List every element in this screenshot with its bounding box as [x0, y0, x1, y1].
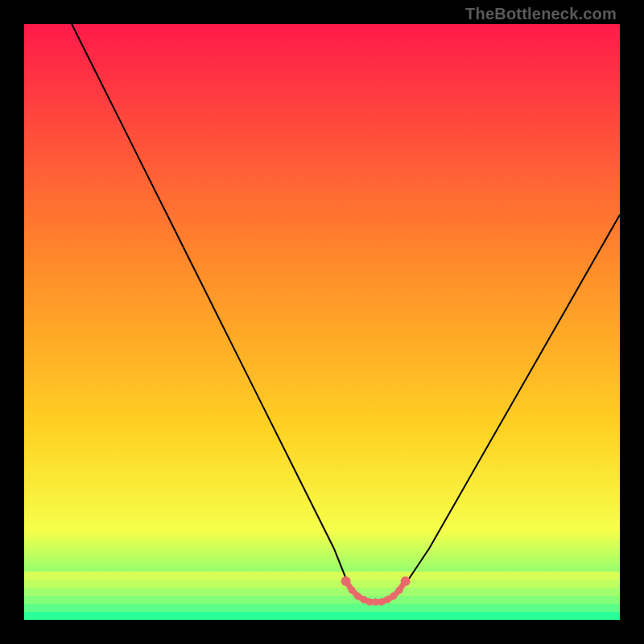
stripe — [24, 596, 620, 604]
gradient-background — [24, 24, 620, 620]
bottom-stripes — [24, 572, 620, 620]
stripe — [24, 612, 620, 620]
marker-dot — [401, 576, 411, 586]
watermark-text: TheBottleneck.com — [465, 5, 617, 23]
marker-dot — [341, 576, 351, 586]
chart-frame — [24, 24, 620, 620]
bottleneck-chart — [24, 24, 620, 620]
marker-dot — [349, 587, 356, 594]
marker-dot — [396, 587, 403, 594]
stripe — [24, 580, 620, 588]
stripe — [24, 572, 620, 580]
stripe — [24, 604, 620, 612]
stripe — [24, 588, 620, 596]
marker-dot — [390, 592, 397, 600]
